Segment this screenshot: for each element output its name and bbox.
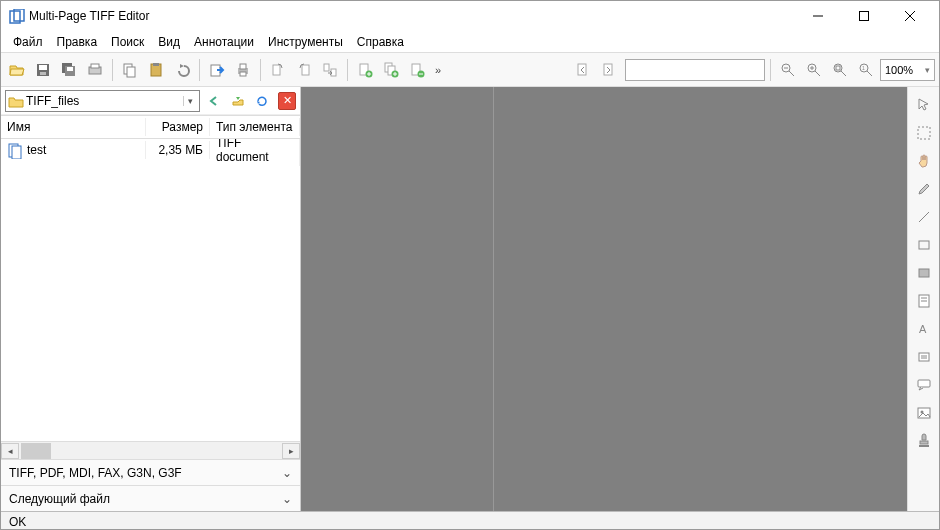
menu-view[interactable]: Вид [152,33,186,51]
file-type: TIFF document [210,139,300,166]
main-toolbar: » 1 100% ▾ [1,53,939,87]
file-list-hscroll[interactable]: ◂ ▸ [1,441,300,459]
nav-up-icon[interactable] [228,91,248,111]
page-next-icon[interactable] [597,58,621,82]
col-type[interactable]: Тип элемента [210,118,300,136]
svg-line-39 [815,71,820,76]
scroll-left-icon[interactable]: ◂ [1,443,19,459]
file-name: test [27,143,46,157]
menu-annotations[interactable]: Аннотации [188,33,260,51]
next-file-row[interactable]: Следующий файл ⌄ [1,485,300,511]
status-text: OK [9,515,26,529]
svg-rect-15 [127,67,135,77]
page-toolbar: 1 100% ▾ [571,58,935,82]
paste-icon[interactable] [144,58,168,82]
svg-rect-3 [860,12,869,21]
chevron-updown-icon: ⌄ [282,492,292,506]
refresh-icon[interactable] [252,91,272,111]
file-type-filter[interactable]: TIFF, PDF, MDI, FAX, G3N, G3F ⌄ [1,459,300,485]
menu-search[interactable]: Поиск [105,33,150,51]
pointer-icon[interactable] [912,93,936,117]
svg-rect-20 [240,64,246,69]
svg-rect-49 [12,146,21,159]
rect-filled-icon[interactable] [912,261,936,285]
page-prev-icon[interactable] [571,58,595,82]
page-number-box[interactable] [625,59,765,81]
svg-line-43 [841,71,846,76]
minimize-button[interactable] [795,1,841,31]
chevron-down-icon: ▾ [925,65,930,75]
annotation-toolbar: A [907,87,939,511]
path-row: TIFF_files ▾ ✕ [1,87,300,115]
close-panel-icon[interactable]: ✕ [278,92,296,110]
scroll-right-icon[interactable]: ▸ [282,443,300,459]
zoom-combo[interactable]: 100% ▾ [880,59,935,81]
path-combo[interactable]: TIFF_files ▾ [5,90,200,112]
zoom-fit-icon[interactable] [828,58,852,82]
page-canvas[interactable] [494,87,907,511]
svg-rect-23 [302,65,309,75]
svg-line-46 [867,71,872,76]
svg-rect-52 [919,241,929,249]
tiff-file-icon [7,143,21,157]
hand-icon[interactable] [912,149,936,173]
page-add-icon[interactable] [353,58,377,82]
scan-icon[interactable] [83,58,107,82]
highlight-icon[interactable] [912,345,936,369]
svg-rect-34 [604,64,612,75]
list-item[interactable]: test 2,35 МБ TIFF document [1,139,300,161]
col-name[interactable]: Имя [1,118,146,136]
close-button[interactable] [887,1,933,31]
rect-icon[interactable] [912,233,936,257]
page-rotate-right-icon[interactable] [292,58,316,82]
svg-rect-44 [836,66,840,70]
svg-line-36 [789,71,794,76]
line-icon[interactable] [912,205,936,229]
stamp-icon[interactable] [912,429,936,453]
page-remove-icon[interactable] [405,58,429,82]
main-area: TIFF_files ▾ ✕ Имя Размер Тип элемента t… [1,87,939,511]
maximize-button[interactable] [841,1,887,31]
menu-tools[interactable]: Инструменты [262,33,349,51]
image-icon[interactable] [912,401,936,425]
note-icon[interactable] [912,289,936,313]
file-list: test 2,35 МБ TIFF document [1,139,300,441]
region-select-icon[interactable] [912,121,936,145]
col-size[interactable]: Размер [146,118,210,136]
statusbar: OK [1,511,939,530]
page-reorder-icon[interactable] [318,58,342,82]
page-rotate-left-icon[interactable] [266,58,290,82]
file-browser-panel: TIFF_files ▾ ✕ Имя Размер Тип элемента t… [1,87,301,511]
chevron-down-icon: ⌄ [282,466,292,480]
nav-back-icon[interactable] [204,91,224,111]
open-icon[interactable] [5,58,29,82]
save-all-icon[interactable] [57,58,81,82]
zoom-in-icon[interactable] [802,58,826,82]
thumbnail-canvas[interactable] [301,87,494,511]
zoom-actual-icon[interactable]: 1 [854,58,878,82]
window-title: Multi-Page TIFF Editor [29,9,795,23]
scroll-thumb[interactable] [21,443,51,459]
export-icon[interactable] [205,58,229,82]
undo-icon[interactable] [170,58,194,82]
zoom-out-icon[interactable] [776,58,800,82]
svg-rect-61 [918,380,930,387]
zoom-value: 100% [885,64,913,76]
svg-point-42 [834,64,842,72]
menu-edit[interactable]: Правка [51,33,104,51]
folder-icon [8,94,22,108]
text-icon[interactable]: A [912,317,936,341]
menu-help[interactable]: Справка [351,33,410,51]
svg-rect-58 [919,353,929,361]
pen-icon[interactable] [912,177,936,201]
page-add-multi-icon[interactable] [379,58,403,82]
menu-file[interactable]: Файл [7,33,49,51]
callout-icon[interactable] [912,373,936,397]
print-icon[interactable] [231,58,255,82]
svg-line-51 [919,212,929,222]
copy-icon[interactable] [118,58,142,82]
svg-rect-24 [324,64,329,71]
toolbar-overflow[interactable]: » [431,64,445,76]
save-icon[interactable] [31,58,55,82]
file-size: 2,35 МБ [146,141,210,159]
